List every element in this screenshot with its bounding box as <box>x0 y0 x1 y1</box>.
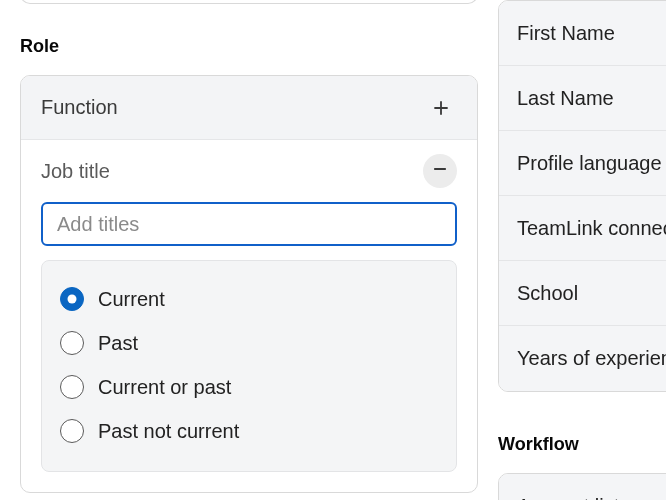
jobtitle-scope-option-current[interactable]: Current <box>60 277 438 321</box>
sidebar-item-teamlink[interactable]: TeamLink connections of <box>499 196 666 261</box>
jobtitle-scope-option-current-or-past[interactable]: Current or past <box>60 365 438 409</box>
radio-icon <box>60 375 84 399</box>
sidebar-item-label: TeamLink connections of <box>517 217 666 240</box>
jobtitle-header[interactable]: Job title <box>41 140 457 202</box>
collapse-button[interactable] <box>423 154 457 188</box>
function-filter-row[interactable]: Function <box>21 76 477 140</box>
function-label: Function <box>41 96 118 119</box>
sidebar-item-label: First Name <box>517 22 615 45</box>
workflow-section-label: Workflow <box>498 434 666 455</box>
sidebar-item-label: Years of experience <box>517 347 666 370</box>
sidebar-item-profile-language[interactable]: Profile language <box>499 131 666 196</box>
jobtitle-scope-option-past-not-current[interactable]: Past not current <box>60 409 438 453</box>
workflow-filters-card: Account lists <box>498 473 666 500</box>
sidebar-item-first-name[interactable]: First Name <box>499 1 666 66</box>
minus-icon <box>430 159 450 183</box>
previous-filter-card <box>20 0 478 4</box>
jobtitle-input[interactable] <box>41 202 457 246</box>
role-section-label: Role <box>20 36 478 57</box>
jobtitle-scope-panel: Current Past Current or past Past not cu… <box>41 260 457 472</box>
radio-label: Current <box>98 288 165 311</box>
sidebar-item-label: School <box>517 282 578 305</box>
sidebar-item-school[interactable]: School <box>499 261 666 326</box>
plus-icon <box>425 92 457 124</box>
radio-label: Current or past <box>98 376 231 399</box>
sidebar-item-label: Profile language <box>517 152 662 175</box>
sidebar-item-label: Account lists <box>517 495 629 500</box>
role-filter-card: Function Job title <box>20 75 478 493</box>
radio-icon <box>60 331 84 355</box>
radio-icon <box>60 287 84 311</box>
sidebar-item-last-name[interactable]: Last Name <box>499 66 666 131</box>
sidebar-item-years-experience[interactable]: Years of experience <box>499 326 666 391</box>
radio-icon <box>60 419 84 443</box>
personal-filters-card: First Name Last Name Profile language Te… <box>498 0 666 392</box>
jobtitle-scope-option-past[interactable]: Past <box>60 321 438 365</box>
radio-label: Past not current <box>98 420 239 443</box>
jobtitle-label: Job title <box>41 160 110 183</box>
jobtitle-section: Job title Current <box>21 140 477 492</box>
sidebar-item-label: Last Name <box>517 87 614 110</box>
radio-label: Past <box>98 332 138 355</box>
sidebar-item-account-lists[interactable]: Account lists <box>499 474 666 500</box>
